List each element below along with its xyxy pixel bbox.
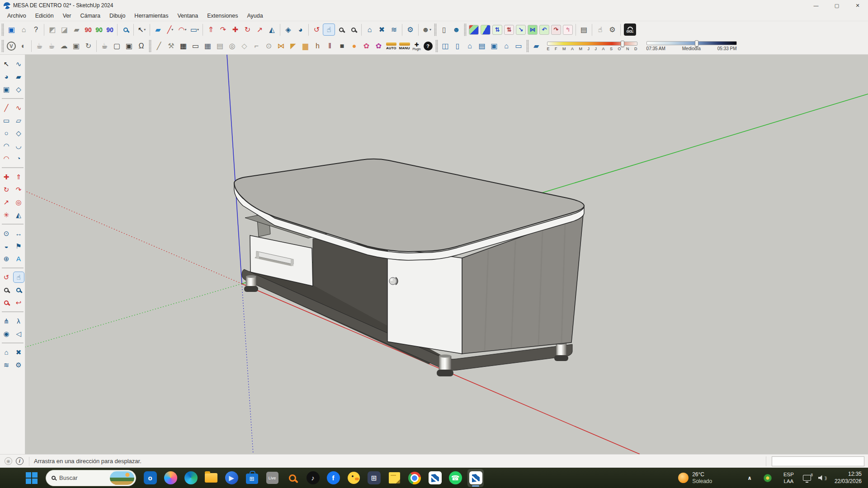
scale-tool-icon[interactable]: ↗ (1, 197, 12, 208)
measurements-input[interactable] (772, 456, 864, 466)
axis-blue-dotted[interactable] (242, 284, 253, 454)
comp-tiles-icon[interactable]: ◇ (238, 40, 250, 52)
follow-me-icon[interactable]: ↷ (217, 23, 229, 36)
plugin-icon-5[interactable]: ↘ (516, 25, 526, 35)
hand-tool-icon[interactable]: ☝ (594, 23, 606, 36)
eraser-tool-icon[interactable]: ▰ (13, 71, 24, 82)
arc-tool-icon[interactable]: ◠▾ (176, 23, 189, 36)
two-point-arc-icon[interactable]: ◡ (13, 140, 24, 151)
dropdown-caret-icon[interactable]: ▾ (184, 28, 186, 32)
plugin-icon-2[interactable] (481, 25, 491, 35)
viewport-canvas[interactable] (25, 55, 868, 454)
signin-avatar-icon[interactable]: ☻▾ (420, 23, 433, 36)
toolbar-grip[interactable] (434, 23, 437, 36)
zoom-selection-icon[interactable] (119, 23, 132, 36)
plugin-icon-7[interactable]: ↶ (539, 25, 549, 35)
menu-item-camara[interactable]: Cámara (75, 12, 104, 20)
position-camera-icon[interactable]: ⋔ (1, 315, 12, 327)
previous-view-icon[interactable]: ↩ (13, 297, 24, 308)
clock-widget[interactable]: 12:35 22/03/2026 (835, 471, 862, 485)
vray-assets-icon[interactable]: ◐ (17, 40, 29, 52)
weather-widget[interactable]: 26°C Soleado (678, 471, 712, 485)
axis-red-dotted[interactable] (25, 191, 242, 284)
axis-blue-line[interactable] (227, 55, 242, 284)
angle-90-red[interactable]: 90 (83, 23, 94, 36)
new-file-icon[interactable]: ▯ (438, 23, 450, 36)
select-tool-icon[interactable]: ↖ (1, 58, 12, 70)
arch-roof-icon[interactable]: ⌂ (500, 40, 513, 52)
polygon-tool-icon[interactable]: ◇ (13, 127, 24, 139)
push-pull-icon[interactable]: ⇑ (13, 171, 24, 183)
section-view-icon[interactable]: ◁ (13, 328, 24, 339)
plugin-icon-1[interactable] (469, 25, 479, 35)
layers-icon[interactable]: ≋ (388, 23, 400, 36)
language-switcher[interactable]: ESP LAA (783, 471, 794, 485)
minimize-button[interactable]: — (806, 0, 826, 11)
lasso-tool-icon[interactable]: ∿ (13, 58, 24, 70)
date-slider-thumb[interactable] (621, 41, 624, 47)
rotated-rectangle-icon[interactable]: ▱ (13, 115, 24, 126)
plugin-icon-9[interactable]: ↰ (563, 25, 573, 35)
axes-tool-icon[interactable]: ✳ (1, 209, 12, 221)
comp-microwave-icon[interactable]: ▭ (189, 40, 202, 52)
arc-tool-icon[interactable]: ◠ (1, 140, 12, 151)
time-slider-thumb[interactable] (695, 40, 698, 47)
menu-item-dibujo[interactable]: Dibujo (105, 12, 130, 20)
toolbar-grip[interactable] (1, 23, 4, 36)
menu-item-herramientas[interactable]: Herramientas (130, 12, 173, 20)
orbit-tool-icon[interactable]: ↺ (311, 23, 323, 36)
zoom-tool-icon[interactable] (335, 23, 347, 36)
tag-tool-icon[interactable]: ◇ (13, 84, 24, 95)
table-leg-left[interactable] (244, 275, 258, 292)
paint-bucket-icon[interactable]: ◕ (1, 71, 12, 82)
menu-item-ventana[interactable]: Ventana (173, 12, 203, 20)
vray-cloud-icon[interactable]: ☁ (58, 40, 70, 52)
duck-icon[interactable] (345, 469, 362, 487)
dimension-tool-icon[interactable]: ↔ (13, 228, 24, 239)
protractor-icon[interactable]: ◒ (1, 240, 12, 252)
axis-green-dotted[interactable] (25, 284, 242, 347)
door-knob[interactable] (389, 277, 397, 285)
toolbar-grip[interactable] (526, 40, 529, 52)
vray-interactive-render-icon[interactable]: ☕ (46, 40, 58, 52)
comp-corner-table-icon[interactable]: ◤ (287, 40, 299, 52)
start-button[interactable] (24, 469, 40, 487)
sketchup-active-icon[interactable] (467, 469, 484, 487)
ms-store-icon[interactable]: ⊞ (244, 469, 260, 487)
close-button[interactable]: ✕ (847, 0, 868, 11)
vray-pack-icon[interactable]: ▣ (123, 40, 135, 52)
flip-tool-icon[interactable]: ◭ (13, 209, 24, 221)
plugin-icon-6[interactable]: ⋈ (528, 25, 538, 35)
extension-warehouse-icon[interactable]: ✖ (13, 347, 24, 358)
zoom-window-icon[interactable] (13, 284, 24, 296)
plugin-icon-4[interactable]: ⇅ (504, 25, 514, 35)
3d-warehouse-icon[interactable]: ⌂ (363, 23, 376, 36)
plugin-icon-3[interactable]: ⇅ (492, 25, 502, 35)
facebook-icon[interactable]: f (325, 469, 341, 487)
comp-faucet-icon[interactable]: ⌐ (250, 40, 263, 52)
rectangle-tool-icon[interactable]: ▭▾ (189, 23, 201, 36)
angle-90-green[interactable]: 90 (94, 23, 104, 36)
shadow-time-slider[interactable]: 07:35 AMMediodía05:33 PM (646, 41, 737, 51)
comp-chair-icon[interactable]: h (311, 40, 324, 52)
warehouse-download-icon[interactable]: ⌂ (1, 347, 12, 358)
info-icon[interactable]: i (16, 457, 24, 465)
save-icon[interactable]: ▣ (5, 23, 18, 36)
table-leg-front[interactable] (437, 355, 453, 377)
offset-tool-icon[interactable]: ◎ (13, 197, 24, 208)
speaker-icon[interactable]: )) (818, 475, 826, 481)
rotate-tool-icon[interactable]: ↻ (241, 23, 254, 36)
arch-cabinet-icon[interactable]: ▣ (488, 40, 500, 52)
plugin-icon-8[interactable]: ↷ (551, 25, 561, 35)
extension-warehouse-icon[interactable]: ✖ (376, 23, 388, 36)
line-tool-icon[interactable]: ╱▾ (164, 23, 176, 36)
auto-icon[interactable]: AUTO (386, 42, 396, 50)
search-box[interactable]: Buscar (46, 470, 136, 486)
edge-icon[interactable] (183, 469, 199, 487)
menu-item-ayuda[interactable]: Ayuda (242, 12, 267, 20)
vray-scene-icon[interactable]: ☕ (99, 40, 111, 52)
eraser-tool-icon[interactable]: ▰ (152, 23, 164, 36)
tray-app-icon[interactable] (764, 474, 772, 482)
toolbar-grip[interactable] (149, 40, 151, 52)
zoom-tool-icon[interactable] (1, 284, 12, 296)
